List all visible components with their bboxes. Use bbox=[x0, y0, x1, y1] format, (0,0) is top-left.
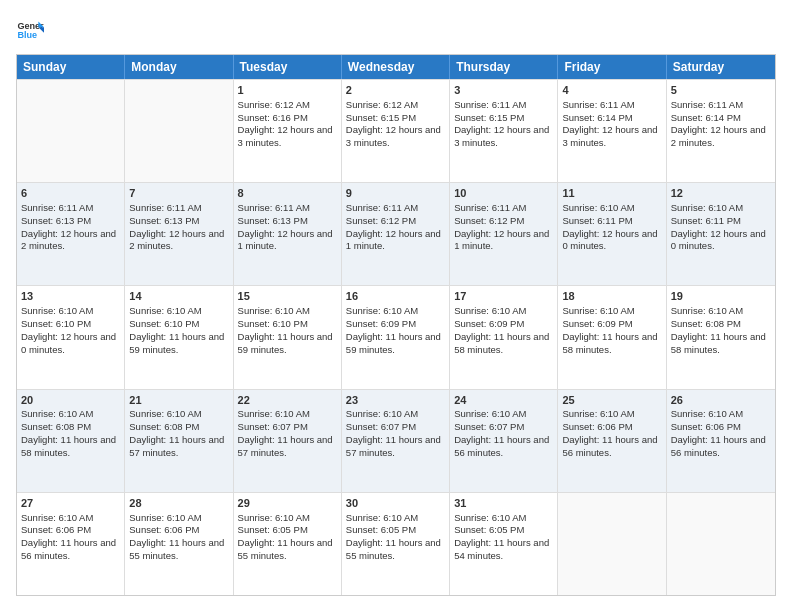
day-info: Sunrise: 6:10 AM Sunset: 6:06 PM Dayligh… bbox=[562, 408, 657, 457]
calendar-cell: 8Sunrise: 6:11 AM Sunset: 6:13 PM Daylig… bbox=[234, 183, 342, 285]
weekday-header: Tuesday bbox=[234, 55, 342, 79]
day-number: 18 bbox=[562, 289, 661, 304]
day-number: 3 bbox=[454, 83, 553, 98]
calendar-body: 1Sunrise: 6:12 AM Sunset: 6:16 PM Daylig… bbox=[17, 79, 775, 595]
calendar-cell: 10Sunrise: 6:11 AM Sunset: 6:12 PM Dayli… bbox=[450, 183, 558, 285]
day-info: Sunrise: 6:10 AM Sunset: 6:09 PM Dayligh… bbox=[562, 305, 657, 354]
day-number: 26 bbox=[671, 393, 771, 408]
calendar-cell: 21Sunrise: 6:10 AM Sunset: 6:08 PM Dayli… bbox=[125, 390, 233, 492]
day-info: Sunrise: 6:10 AM Sunset: 6:08 PM Dayligh… bbox=[21, 408, 116, 457]
calendar-cell: 9Sunrise: 6:11 AM Sunset: 6:12 PM Daylig… bbox=[342, 183, 450, 285]
calendar-cell: 31Sunrise: 6:10 AM Sunset: 6:05 PM Dayli… bbox=[450, 493, 558, 595]
day-number: 20 bbox=[21, 393, 120, 408]
day-info: Sunrise: 6:10 AM Sunset: 6:05 PM Dayligh… bbox=[238, 512, 333, 561]
day-number: 19 bbox=[671, 289, 771, 304]
day-info: Sunrise: 6:10 AM Sunset: 6:11 PM Dayligh… bbox=[671, 202, 766, 251]
calendar-cell: 14Sunrise: 6:10 AM Sunset: 6:10 PM Dayli… bbox=[125, 286, 233, 388]
day-info: Sunrise: 6:11 AM Sunset: 6:13 PM Dayligh… bbox=[129, 202, 224, 251]
day-info: Sunrise: 6:10 AM Sunset: 6:10 PM Dayligh… bbox=[129, 305, 224, 354]
calendar-header: SundayMondayTuesdayWednesdayThursdayFrid… bbox=[17, 55, 775, 79]
day-info: Sunrise: 6:10 AM Sunset: 6:06 PM Dayligh… bbox=[129, 512, 224, 561]
day-info: Sunrise: 6:11 AM Sunset: 6:15 PM Dayligh… bbox=[454, 99, 549, 148]
day-number: 16 bbox=[346, 289, 445, 304]
page: General Blue SundayMondayTuesdayWednesda… bbox=[0, 0, 792, 612]
weekday-header: Saturday bbox=[667, 55, 775, 79]
day-info: Sunrise: 6:10 AM Sunset: 6:07 PM Dayligh… bbox=[238, 408, 333, 457]
day-number: 5 bbox=[671, 83, 771, 98]
calendar-cell: 23Sunrise: 6:10 AM Sunset: 6:07 PM Dayli… bbox=[342, 390, 450, 492]
day-info: Sunrise: 6:10 AM Sunset: 6:09 PM Dayligh… bbox=[454, 305, 549, 354]
day-number: 8 bbox=[238, 186, 337, 201]
day-info: Sunrise: 6:10 AM Sunset: 6:09 PM Dayligh… bbox=[346, 305, 441, 354]
calendar-cell: 4Sunrise: 6:11 AM Sunset: 6:14 PM Daylig… bbox=[558, 80, 666, 182]
day-number: 10 bbox=[454, 186, 553, 201]
calendar-cell: 25Sunrise: 6:10 AM Sunset: 6:06 PM Dayli… bbox=[558, 390, 666, 492]
day-info: Sunrise: 6:10 AM Sunset: 6:07 PM Dayligh… bbox=[346, 408, 441, 457]
day-number: 24 bbox=[454, 393, 553, 408]
calendar-cell: 19Sunrise: 6:10 AM Sunset: 6:08 PM Dayli… bbox=[667, 286, 775, 388]
day-number: 31 bbox=[454, 496, 553, 511]
calendar-row: 1Sunrise: 6:12 AM Sunset: 6:16 PM Daylig… bbox=[17, 79, 775, 182]
weekday-header: Thursday bbox=[450, 55, 558, 79]
calendar: SundayMondayTuesdayWednesdayThursdayFrid… bbox=[16, 54, 776, 596]
day-number: 9 bbox=[346, 186, 445, 201]
empty-cell bbox=[17, 80, 125, 182]
calendar-cell: 12Sunrise: 6:10 AM Sunset: 6:11 PM Dayli… bbox=[667, 183, 775, 285]
day-info: Sunrise: 6:11 AM Sunset: 6:14 PM Dayligh… bbox=[562, 99, 657, 148]
day-number: 1 bbox=[238, 83, 337, 98]
day-info: Sunrise: 6:10 AM Sunset: 6:11 PM Dayligh… bbox=[562, 202, 657, 251]
svg-text:Blue: Blue bbox=[17, 30, 37, 40]
calendar-row: 13Sunrise: 6:10 AM Sunset: 6:10 PM Dayli… bbox=[17, 285, 775, 388]
weekday-header: Monday bbox=[125, 55, 233, 79]
day-info: Sunrise: 6:11 AM Sunset: 6:13 PM Dayligh… bbox=[21, 202, 116, 251]
day-number: 27 bbox=[21, 496, 120, 511]
day-number: 29 bbox=[238, 496, 337, 511]
calendar-cell: 3Sunrise: 6:11 AM Sunset: 6:15 PM Daylig… bbox=[450, 80, 558, 182]
empty-cell bbox=[667, 493, 775, 595]
day-number: 7 bbox=[129, 186, 228, 201]
day-info: Sunrise: 6:10 AM Sunset: 6:06 PM Dayligh… bbox=[671, 408, 766, 457]
day-number: 30 bbox=[346, 496, 445, 511]
calendar-cell: 18Sunrise: 6:10 AM Sunset: 6:09 PM Dayli… bbox=[558, 286, 666, 388]
day-number: 4 bbox=[562, 83, 661, 98]
calendar-cell: 30Sunrise: 6:10 AM Sunset: 6:05 PM Dayli… bbox=[342, 493, 450, 595]
day-info: Sunrise: 6:10 AM Sunset: 6:08 PM Dayligh… bbox=[671, 305, 766, 354]
day-info: Sunrise: 6:12 AM Sunset: 6:16 PM Dayligh… bbox=[238, 99, 333, 148]
calendar-cell: 17Sunrise: 6:10 AM Sunset: 6:09 PM Dayli… bbox=[450, 286, 558, 388]
calendar-cell: 7Sunrise: 6:11 AM Sunset: 6:13 PM Daylig… bbox=[125, 183, 233, 285]
day-info: Sunrise: 6:10 AM Sunset: 6:10 PM Dayligh… bbox=[21, 305, 116, 354]
header: General Blue bbox=[16, 16, 776, 44]
calendar-cell: 13Sunrise: 6:10 AM Sunset: 6:10 PM Dayli… bbox=[17, 286, 125, 388]
calendar-cell: 11Sunrise: 6:10 AM Sunset: 6:11 PM Dayli… bbox=[558, 183, 666, 285]
calendar-cell: 15Sunrise: 6:10 AM Sunset: 6:10 PM Dayli… bbox=[234, 286, 342, 388]
calendar-cell: 26Sunrise: 6:10 AM Sunset: 6:06 PM Dayli… bbox=[667, 390, 775, 492]
empty-cell bbox=[125, 80, 233, 182]
day-number: 22 bbox=[238, 393, 337, 408]
weekday-header: Friday bbox=[558, 55, 666, 79]
day-number: 23 bbox=[346, 393, 445, 408]
calendar-cell: 1Sunrise: 6:12 AM Sunset: 6:16 PM Daylig… bbox=[234, 80, 342, 182]
logo-icon: General Blue bbox=[16, 16, 44, 44]
day-info: Sunrise: 6:11 AM Sunset: 6:14 PM Dayligh… bbox=[671, 99, 766, 148]
day-info: Sunrise: 6:12 AM Sunset: 6:15 PM Dayligh… bbox=[346, 99, 441, 148]
day-number: 2 bbox=[346, 83, 445, 98]
day-number: 15 bbox=[238, 289, 337, 304]
day-info: Sunrise: 6:10 AM Sunset: 6:10 PM Dayligh… bbox=[238, 305, 333, 354]
day-number: 12 bbox=[671, 186, 771, 201]
calendar-cell: 28Sunrise: 6:10 AM Sunset: 6:06 PM Dayli… bbox=[125, 493, 233, 595]
day-number: 21 bbox=[129, 393, 228, 408]
calendar-cell: 5Sunrise: 6:11 AM Sunset: 6:14 PM Daylig… bbox=[667, 80, 775, 182]
day-info: Sunrise: 6:10 AM Sunset: 6:05 PM Dayligh… bbox=[346, 512, 441, 561]
day-info: Sunrise: 6:10 AM Sunset: 6:05 PM Dayligh… bbox=[454, 512, 549, 561]
day-info: Sunrise: 6:10 AM Sunset: 6:08 PM Dayligh… bbox=[129, 408, 224, 457]
day-number: 11 bbox=[562, 186, 661, 201]
calendar-cell: 24Sunrise: 6:10 AM Sunset: 6:07 PM Dayli… bbox=[450, 390, 558, 492]
calendar-cell: 2Sunrise: 6:12 AM Sunset: 6:15 PM Daylig… bbox=[342, 80, 450, 182]
calendar-cell: 16Sunrise: 6:10 AM Sunset: 6:09 PM Dayli… bbox=[342, 286, 450, 388]
logo: General Blue bbox=[16, 16, 44, 44]
calendar-cell: 20Sunrise: 6:10 AM Sunset: 6:08 PM Dayli… bbox=[17, 390, 125, 492]
calendar-row: 20Sunrise: 6:10 AM Sunset: 6:08 PM Dayli… bbox=[17, 389, 775, 492]
day-number: 28 bbox=[129, 496, 228, 511]
day-number: 6 bbox=[21, 186, 120, 201]
calendar-row: 6Sunrise: 6:11 AM Sunset: 6:13 PM Daylig… bbox=[17, 182, 775, 285]
